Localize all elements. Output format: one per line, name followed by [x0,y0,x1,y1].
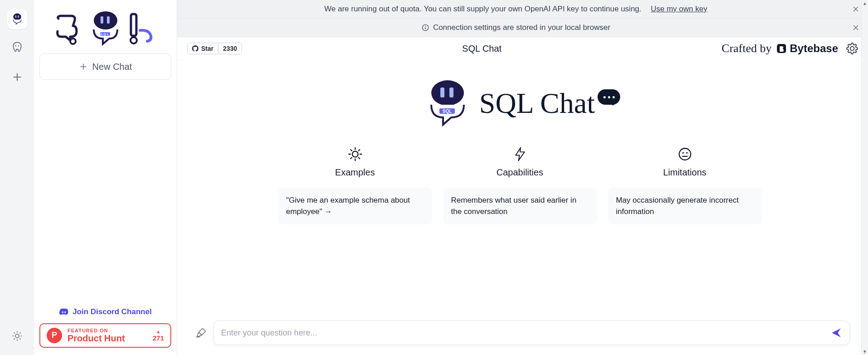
upvote-triangle-icon: ▲ [156,329,161,334]
close-icon [852,24,860,32]
scroll-down-arrow-icon[interactable]: ▼ [862,348,868,355]
window-scrollbar[interactable]: ▲ ▼ [861,0,868,355]
svg-rect-1 [15,15,16,18]
svg-point-4 [18,45,19,47]
scroll-up-arrow-icon[interactable]: ▲ [862,0,868,7]
examples-title: Examples [335,167,375,178]
bytebase-brand[interactable]: Bytebase [776,42,838,55]
send-button[interactable] [830,327,842,339]
sidebar: SQL New Chat Join Discord Channel P FEAT… [34,0,177,355]
limitation-card: May occasionally generate incorrect info… [608,188,762,224]
plus-icon [79,62,88,71]
speech-bubble-icon [598,89,620,105]
github-star-label-wrap: Star [188,43,218,54]
github-icon [192,45,198,52]
ph-name-label: Product Hunt [68,333,125,343]
quota-banner-close[interactable] [852,5,860,13]
ph-featured-label: FEATURED ON [68,328,125,333]
svg-rect-9 [107,16,110,24]
storage-banner: Connection settings are stored in your l… [177,19,868,37]
new-chat-label: New Chat [92,62,132,72]
svg-point-0 [13,14,21,20]
rail-add-connection[interactable] [7,67,27,87]
gear-icon [846,43,858,54]
svg-rect-12 [131,14,136,36]
icon-rail [0,0,34,355]
quota-banner: We are running out of quota. You can sti… [177,0,868,19]
rail-sql-chat-icon[interactable] [7,9,27,29]
svg-rect-20 [449,88,453,97]
github-star-label: Star [201,45,213,52]
clear-conversation-button[interactable] [195,327,207,339]
sun-icon [12,331,23,341]
capabilities-title: Capabilities [497,167,543,178]
github-star-button[interactable]: Star 2330 [187,43,242,54]
limitations-title: Limitations [663,167,707,178]
hero-robot-icon: SQL [425,78,470,128]
hero: SQL SQL Chat [425,78,620,128]
svg-point-18 [431,80,464,106]
svg-point-5 [15,334,19,338]
capability-card: Remembers what user said earlier in the … [443,188,597,224]
svg-rect-16 [425,27,426,29]
discord-link[interactable]: Join Discord Channel [39,307,171,317]
hero-title-wrap: SQL Chat [479,87,620,120]
quota-banner-text: We are running out of quota. You can sti… [324,5,641,14]
topbar: Star 2330 SQL Chat Crafted by Bytebase [177,37,868,60]
example-card[interactable]: "Give me an example schema about employe… [278,188,432,224]
svg-point-25 [682,152,684,153]
discord-label: Join Discord Channel [72,307,152,316]
broom-icon [195,327,207,339]
rail-postgres-icon[interactable] [7,38,27,58]
rail-theme-toggle[interactable] [7,326,27,346]
github-star-count: 2330 [218,43,241,54]
plus-icon [11,71,23,83]
svg-point-3 [15,45,16,47]
svg-point-26 [686,152,687,153]
composer [213,321,850,345]
svg-rect-2 [18,15,19,18]
product-hunt-labels: FEATURED ON Product Hunt [68,328,125,343]
svg-text:SQL: SQL [443,109,452,114]
sidebar-logo: SQL [39,4,171,53]
sun-icon [347,146,363,162]
svg-point-24 [679,148,691,160]
svg-text:SQL: SQL [100,33,109,36]
product-hunt-badge[interactable]: P FEATURED ON Product Hunt ▲ 271 [39,323,171,348]
storage-banner-close[interactable] [852,24,860,32]
chat-input[interactable] [221,328,830,338]
composer-wrap [177,314,868,355]
bytebase-label: Bytebase [790,42,838,55]
svg-point-6 [70,39,76,44]
settings-button[interactable] [846,43,858,54]
ph-vote-count: 271 [153,334,164,342]
ph-votes: ▲ 271 [153,329,164,342]
storage-banner-text: Connection settings are stored in your l… [433,23,610,32]
examples-column: Examples "Give me an example schema abou… [278,146,432,224]
page-title: SQL Chat [242,44,721,54]
sql-logo-art: SQL [51,6,160,51]
close-icon [852,5,860,13]
limitations-column: Limitations May occasionally generate in… [608,146,762,224]
send-icon [830,327,842,339]
lightning-icon [513,146,527,162]
svg-point-15 [425,26,426,27]
svg-rect-19 [440,88,444,97]
hero-title: SQL Chat [479,87,595,120]
main: We are running out of quota. You can sti… [177,0,868,355]
product-hunt-p-icon: P [47,328,62,343]
postgres-icon [10,41,24,55]
bytebase-icon [776,43,787,54]
welcome-columns: Examples "Give me an example schema abou… [278,146,767,224]
new-chat-button[interactable]: New Chat [39,53,171,80]
capabilities-column: Capabilities Remembers what user said ea… [443,146,597,224]
svg-point-13 [130,37,137,44]
crafted-by-label: Crafted by [722,42,772,55]
neutral-face-icon [677,146,693,162]
svg-point-23 [352,151,358,157]
quota-banner-link[interactable]: Use my own key [651,5,708,14]
robot-chat-icon [10,12,24,26]
content: SQL SQL Chat Examples "Give me an exampl… [177,60,868,355]
discord-icon [59,307,69,317]
svg-rect-8 [101,16,103,24]
